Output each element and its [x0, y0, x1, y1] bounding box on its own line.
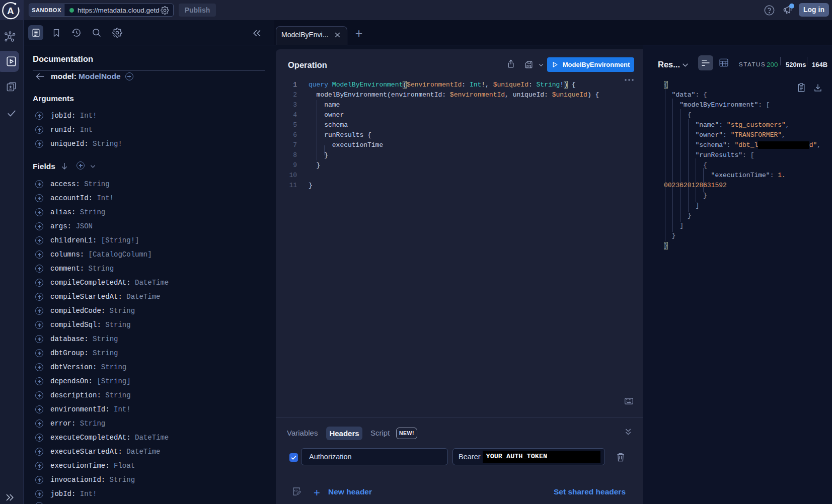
svg-text:A: A — [7, 6, 14, 16]
